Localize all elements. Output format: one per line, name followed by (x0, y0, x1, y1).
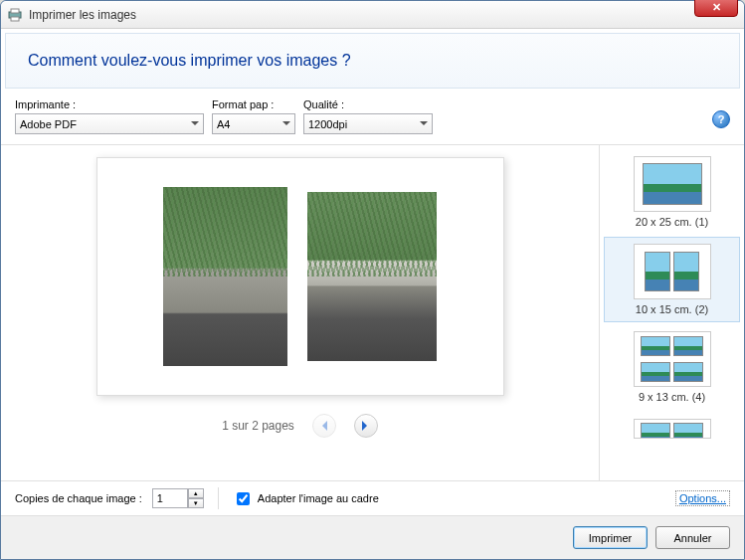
layout-item-10x15[interactable]: 10 x 15 cm. (2) (604, 237, 740, 322)
print-pictures-dialog: Imprimer les images ✕ Comment voulez-vou… (0, 0, 745, 560)
buttons-row: Imprimer Annuler (1, 515, 744, 559)
thumb-cell (641, 362, 670, 382)
thumb-cell (641, 336, 670, 356)
page-preview (96, 157, 504, 396)
paper-group: Format pap : A4 (212, 98, 295, 134)
printer-group: Imprimante : Adobe PDF (15, 98, 204, 134)
page-heading: Comment voulez-vous imprimer vos images … (28, 52, 717, 70)
preview-photo-2 (307, 192, 437, 361)
pager: 1 sur 2 pages (222, 414, 378, 438)
printer-label: Imprimante : (15, 98, 204, 110)
copies-input[interactable] (152, 488, 188, 508)
layout-thumb (634, 244, 711, 299)
thumb-cell (673, 252, 699, 291)
layout-label: 10 x 15 cm. (2) (636, 303, 708, 315)
printer-select[interactable]: Adobe PDF (15, 113, 204, 134)
controls-row: Imprimante : Adobe PDF Format pap : A4 Q… (1, 93, 744, 145)
printer-icon (7, 7, 23, 23)
spin-buttons: ▲ ▼ (188, 488, 204, 508)
close-button[interactable]: ✕ (694, 0, 738, 17)
thumb-cell (643, 163, 702, 205)
thumb-cell (673, 362, 703, 382)
window-title: Imprimer les images (29, 8, 136, 22)
chevron-left-icon (317, 421, 327, 431)
layout-label: 20 x 25 cm. (1) (636, 216, 708, 228)
layout-thumb (634, 156, 711, 212)
preview-photo-1 (163, 187, 287, 366)
fit-checkbox-wrap: Adapter l'image au cadre (233, 489, 379, 508)
next-page-button[interactable] (354, 414, 378, 438)
help-button[interactable]: ? (712, 110, 730, 128)
svg-rect-2 (11, 17, 19, 21)
thumb-cell (673, 423, 703, 439)
spin-down-button[interactable]: ▼ (188, 498, 204, 508)
cancel-button[interactable]: Annuler (655, 526, 730, 549)
footer-row: Copies de chaque image : ▲ ▼ Adapter l'i… (1, 480, 744, 515)
paper-select[interactable]: A4 (212, 113, 295, 134)
preview-column: 1 sur 2 pages (1, 145, 600, 480)
quality-select[interactable]: 1200dpi (303, 113, 433, 134)
layouts-column[interactable]: 20 x 25 cm. (1) 10 x 15 cm. (2) 9 x 13 c… (600, 145, 744, 480)
svg-rect-1 (11, 9, 19, 13)
layout-thumb (634, 419, 711, 439)
pager-text: 1 sur 2 pages (222, 419, 294, 433)
layout-item-20x25[interactable]: 20 x 25 cm. (1) (604, 149, 740, 235)
titlebar: Imprimer les images ✕ (1, 1, 744, 29)
quality-group: Qualité : 1200dpi (303, 98, 433, 134)
quality-label: Qualité : (303, 98, 433, 110)
chevron-right-icon (362, 421, 372, 431)
layout-item-9x13[interactable]: 9 x 13 cm. (4) (604, 324, 740, 410)
header-band: Comment voulez-vous imprimer vos images … (5, 33, 740, 89)
thumb-cell (673, 336, 703, 356)
copies-spinner: ▲ ▼ (152, 488, 204, 508)
copies-label: Copies de chaque image : (15, 492, 142, 504)
paper-label: Format pap : (212, 98, 295, 110)
separator (218, 487, 219, 509)
main-area: 1 sur 2 pages 20 x 25 cm. (1) 10 x 15 cm… (1, 145, 744, 480)
thumb-cell (645, 252, 670, 291)
prev-page-button[interactable] (312, 414, 336, 438)
fit-label: Adapter l'image au cadre (258, 492, 379, 504)
spin-up-button[interactable]: ▲ (188, 488, 204, 498)
options-link[interactable]: Options... (675, 490, 730, 506)
layout-label: 9 x 13 cm. (4) (639, 391, 705, 403)
thumb-cell (641, 423, 670, 439)
print-button[interactable]: Imprimer (573, 526, 648, 549)
layout-thumb (634, 331, 711, 387)
fit-checkbox[interactable] (237, 492, 250, 505)
layout-item-more[interactable] (604, 412, 740, 446)
